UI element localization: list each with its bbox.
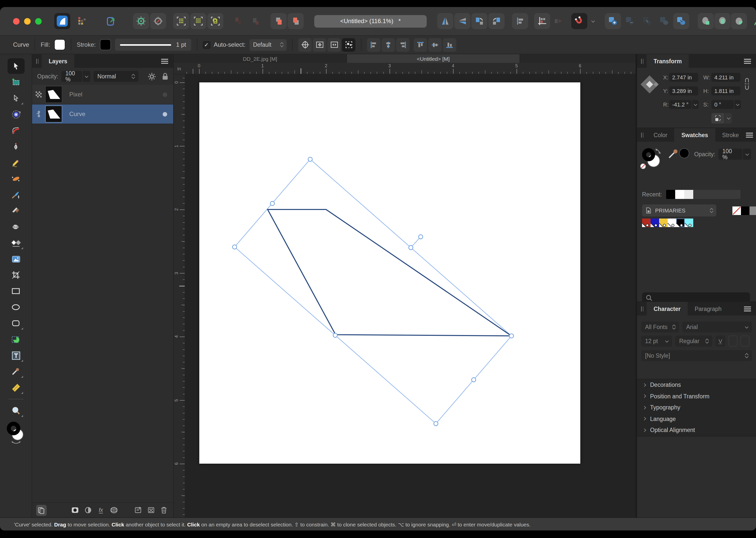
stroke-color-well[interactable] bbox=[644, 150, 653, 159]
swatches-panel-tab[interactable]: Swatches bbox=[675, 128, 715, 142]
transparency-tool[interactable] bbox=[7, 235, 24, 251]
rectangle-tool[interactable] bbox=[7, 283, 24, 299]
fullscreen-button[interactable] bbox=[35, 18, 42, 25]
eyedropper-icon[interactable] bbox=[674, 149, 678, 153]
palette-swatch[interactable] bbox=[651, 219, 659, 227]
add-pixel-layer-icon[interactable] bbox=[146, 505, 156, 516]
artboard-tool[interactable] bbox=[7, 74, 24, 90]
anchor-point-selector[interactable] bbox=[638, 73, 661, 96]
panel-drag-handle[interactable] bbox=[637, 302, 646, 315]
alignment-icon[interactable] bbox=[512, 13, 528, 29]
link-dimensions-icon[interactable] bbox=[743, 78, 750, 90]
section-optical-alignment[interactable]: Optical Alignment bbox=[637, 424, 756, 436]
export-persona-icon[interactable] bbox=[103, 13, 119, 29]
panel-drag-handle[interactable] bbox=[637, 54, 646, 68]
grid-options-2-icon[interactable] bbox=[190, 13, 206, 29]
transform-mirror-icon[interactable] bbox=[550, 13, 566, 29]
pen-tool[interactable] bbox=[7, 139, 24, 154]
stroke-width-control[interactable]: 1 pt bbox=[115, 39, 191, 51]
snapping-options-chevron[interactable] bbox=[588, 13, 597, 29]
distribute-icon[interactable] bbox=[534, 13, 550, 29]
shear-field[interactable]: 0 ° bbox=[711, 100, 734, 109]
zoom-tool[interactable] bbox=[7, 403, 24, 418]
arrange-forward-icon[interactable] bbox=[270, 13, 287, 29]
opacity-value-field[interactable]: 100 % bbox=[61, 71, 82, 82]
vector-crop-tool[interactable] bbox=[7, 267, 24, 283]
arrange-backward-icon[interactable] bbox=[248, 13, 263, 29]
layer-visibility-dot[interactable] bbox=[163, 92, 167, 97]
swatches-panel-menu-icon[interactable] bbox=[746, 132, 753, 138]
panel-drag-handle[interactable] bbox=[637, 128, 646, 142]
selection-handle-5[interactable] bbox=[472, 378, 476, 382]
section-decorations[interactable]: Decorations bbox=[637, 379, 756, 391]
lock-icon[interactable] bbox=[162, 72, 168, 81]
y-field[interactable]: 3.289 in bbox=[669, 86, 698, 95]
close-button[interactable] bbox=[13, 18, 20, 25]
layers-panel-menu-icon[interactable] bbox=[161, 58, 168, 65]
move-tool[interactable] bbox=[7, 58, 24, 74]
document-tab-untitled[interactable]: <Untitled> [M] bbox=[347, 54, 520, 63]
palette-swatch[interactable] bbox=[668, 219, 676, 227]
layer-row-pixel[interactable]: Pixel bbox=[32, 85, 173, 104]
fill-color-swatch[interactable] bbox=[54, 39, 65, 50]
font-style-dropdown[interactable]: Regular bbox=[675, 336, 712, 347]
color-picker-well[interactable] bbox=[668, 147, 690, 160]
selection-handle-6[interactable] bbox=[434, 421, 438, 426]
minimize-button[interactable] bbox=[24, 18, 31, 25]
rotation-field[interactable]: -41.2 ° bbox=[669, 100, 692, 109]
section-position-and-transform[interactable]: Position and Transform bbox=[637, 391, 756, 402]
flip-vertical-icon[interactable] bbox=[454, 13, 470, 29]
boolean-add-icon[interactable] bbox=[605, 13, 621, 29]
baseline-field[interactable] bbox=[740, 336, 749, 347]
palette-dropdown[interactable]: PRIMARIES bbox=[642, 204, 716, 217]
arrange-back-icon[interactable] bbox=[230, 13, 247, 29]
font-size-dropdown[interactable]: 12 pt bbox=[641, 336, 672, 347]
stroke-color-swatch[interactable] bbox=[100, 39, 111, 50]
layer-effects-icon[interactable]: fx bbox=[96, 505, 106, 516]
font-collection-dropdown[interactable]: All Fonts bbox=[641, 321, 679, 333]
place-image-tool[interactable] bbox=[7, 251, 24, 267]
designer-persona-icon[interactable] bbox=[54, 13, 70, 29]
section-typography[interactable]: Typography bbox=[637, 402, 756, 413]
swatch-opacity-chevron[interactable] bbox=[742, 149, 751, 160]
boolean-xor-icon[interactable] bbox=[673, 13, 689, 29]
document-title-dropdown[interactable]: <Untitled> (116.1%) * bbox=[314, 15, 427, 27]
boolean-intersect-icon[interactable] bbox=[639, 13, 655, 29]
transform-objects-separately-toggle[interactable] bbox=[342, 38, 355, 51]
document-setup-icon[interactable] bbox=[133, 13, 149, 29]
align-middle-button[interactable] bbox=[428, 38, 442, 51]
color-picker-tool[interactable] bbox=[7, 364, 24, 379]
insert-behind-icon[interactable] bbox=[698, 13, 714, 29]
corner-tool[interactable] bbox=[7, 123, 24, 138]
kerning-icon[interactable]: V bbox=[715, 336, 725, 347]
vertical-ruler[interactable]: 0123456 bbox=[174, 74, 185, 517]
duplicate-layer-icon[interactable] bbox=[36, 505, 47, 516]
artistic-text-tool[interactable] bbox=[7, 348, 24, 363]
curve-shape[interactable] bbox=[267, 209, 511, 336]
fill-stroke-indicator[interactable] bbox=[6, 421, 26, 444]
layer-row-curve[interactable]: Curve bbox=[32, 104, 173, 124]
swatch-opacity-field[interactable]: 100 % bbox=[718, 149, 742, 160]
selection-handle-3[interactable] bbox=[333, 333, 337, 338]
selection-handle-1[interactable] bbox=[270, 201, 275, 206]
anchor-mode-control[interactable] bbox=[711, 113, 732, 124]
horizontal-ruler[interactable]: 0123456 bbox=[185, 63, 636, 74]
shear-dropdown-chevron[interactable] bbox=[734, 100, 741, 109]
align-bottom-button[interactable] bbox=[443, 38, 456, 51]
pencil-tool[interactable] bbox=[7, 155, 24, 170]
layer-name[interactable]: Pixel bbox=[69, 91, 82, 98]
shape-builder-tool[interactable] bbox=[7, 332, 24, 347]
panel-drag-handle[interactable] bbox=[32, 54, 42, 68]
vector-brush-tool[interactable] bbox=[7, 171, 24, 187]
rotate-clockwise-icon[interactable] bbox=[489, 13, 504, 29]
section-language[interactable]: Language bbox=[637, 413, 756, 424]
selection-handle-7[interactable] bbox=[409, 245, 413, 250]
paragraph-panel-tab[interactable]: Paragraph bbox=[687, 302, 729, 315]
cycle-selection-box-toggle[interactable] bbox=[313, 38, 326, 51]
boolean-divide-icon[interactable] bbox=[656, 13, 672, 29]
curve-layer-thumbnail[interactable] bbox=[45, 105, 62, 123]
opacity-dropdown-chevron[interactable] bbox=[82, 71, 90, 82]
align-left-button[interactable] bbox=[367, 38, 381, 51]
canvas-viewport[interactable] bbox=[185, 74, 636, 517]
selection-handle-8[interactable] bbox=[419, 235, 423, 239]
